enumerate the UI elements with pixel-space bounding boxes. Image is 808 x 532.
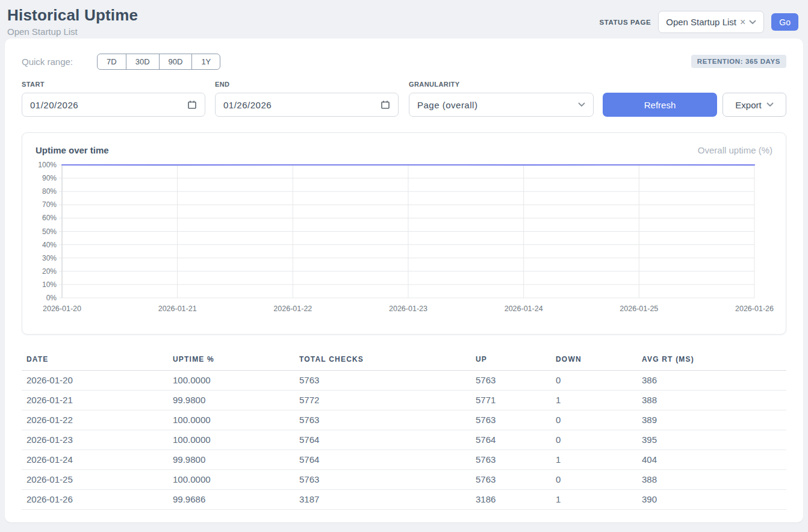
chart-header: Uptime over time Overall uptime (%) [36, 145, 772, 155]
table-cell: 389 [637, 410, 786, 430]
svg-text:2026-01-25: 2026-01-25 [620, 305, 658, 313]
table-cell: 5771 [471, 391, 551, 410]
header-controls: STATUS PAGE Open Startup List × Go [599, 11, 798, 33]
calendar-icon[interactable] [381, 100, 390, 110]
svg-text:100%: 100% [38, 161, 57, 169]
table-row: 2026-01-2499.9800576457631404 [22, 450, 786, 470]
table-row: 2026-01-22100.0000576357630389 [22, 410, 786, 430]
uptime-chart: 0%10%20%30%40%50%60%70%80%90%100%2026-01… [36, 160, 772, 318]
table-cell: 3186 [471, 490, 551, 510]
granularity-selected-value: Page (overall) [417, 100, 477, 110]
svg-text:30%: 30% [42, 254, 57, 262]
end-date-label: END [215, 81, 399, 88]
svg-text:40%: 40% [42, 241, 57, 249]
column-header: TOTAL CHECKS [294, 350, 471, 371]
quick-range-1y-button[interactable]: 1Y [191, 54, 220, 70]
start-date-field: START 01/20/2026 [22, 81, 205, 117]
start-date-label: START [22, 81, 205, 88]
granularity-label: GRANULARITY [409, 81, 594, 88]
clear-icon[interactable]: × [740, 17, 745, 27]
calendar-icon[interactable] [187, 100, 197, 110]
chart-title: Uptime over time [36, 145, 109, 155]
table-cell: 2026-01-20 [22, 371, 168, 391]
column-header: DOWN [551, 350, 637, 371]
status-page-label: STATUS PAGE [599, 19, 651, 26]
column-header: AVG RT (MS) [637, 350, 786, 371]
refresh-button[interactable]: Refresh [603, 93, 717, 117]
svg-text:50%: 50% [42, 227, 57, 236]
chart-card: Uptime over time Overall uptime (%) 0%10… [22, 132, 786, 335]
table-cell: 5764 [294, 450, 471, 470]
data-table: DATEUPTIME %TOTAL CHECKSUPDOWNAVG RT (MS… [22, 350, 786, 510]
table-cell: 2026-01-21 [22, 391, 168, 410]
page-title: Historical Uptime [7, 6, 138, 25]
table-cell: 390 [637, 490, 786, 510]
svg-text:90%: 90% [42, 174, 57, 182]
end-date-input[interactable]: 01/26/2026 [215, 93, 399, 117]
svg-text:80%: 80% [42, 187, 57, 196]
table-cell: 3187 [294, 490, 471, 510]
table-cell: 5764 [294, 430, 471, 450]
table-row: 2026-01-2199.9800577257711388 [22, 391, 786, 410]
column-header: UP [471, 350, 551, 371]
svg-text:2026-01-24: 2026-01-24 [505, 305, 543, 313]
table-cell: 0 [551, 430, 637, 450]
table-cell: 388 [637, 470, 786, 490]
table-cell: 5763 [471, 450, 551, 470]
svg-text:2026-01-22: 2026-01-22 [273, 305, 312, 313]
table-cell: 0 [551, 410, 637, 430]
table-row: 2026-01-25100.0000576357630388 [22, 470, 786, 490]
column-header: UPTIME % [168, 350, 294, 371]
status-page-selected-value: Open Startup List [666, 17, 736, 27]
table-cell: 100.0000 [168, 410, 294, 430]
table-row: 2026-01-23100.0000576457640395 [22, 430, 786, 450]
table-cell: 2026-01-26 [22, 490, 168, 510]
table-cell: 404 [637, 450, 786, 470]
quick-range-group: 7D30D90D1Y [97, 54, 220, 70]
table-cell: 100.0000 [168, 470, 294, 490]
svg-text:10%: 10% [42, 280, 57, 289]
table-cell: 2026-01-22 [22, 410, 168, 430]
end-date-field: END 01/26/2026 [215, 81, 399, 117]
chevron-down-icon [766, 102, 774, 107]
quick-range-7d-button[interactable]: 7D [97, 54, 126, 70]
status-page-select[interactable]: Open Startup List × [658, 11, 764, 33]
table-cell: 5763 [471, 371, 551, 391]
table-cell: 5763 [294, 470, 471, 490]
table-cell: 2026-01-23 [22, 430, 168, 450]
table-row: 2026-01-2699.9686318731861390 [22, 490, 786, 510]
go-button[interactable]: Go [771, 13, 798, 31]
end-date-value: 01/26/2026 [223, 100, 272, 110]
table-cell: 388 [637, 391, 786, 410]
table-cell: 5772 [294, 391, 471, 410]
table-cell: 5763 [471, 410, 551, 430]
export-button[interactable]: Export [723, 93, 786, 117]
table-cell: 100.0000 [168, 371, 294, 391]
table-body: 2026-01-20100.00005763576303862026-01-21… [22, 371, 786, 510]
table-cell: 99.9800 [168, 391, 294, 410]
page-subtitle: Open Startup List [7, 26, 138, 37]
table-cell: 5764 [471, 430, 551, 450]
table-header-row: DATEUPTIME %TOTAL CHECKSUPDOWNAVG RT (MS… [22, 350, 786, 371]
main-panel: Quick range: 7D30D90D1Y RETENTION: 365 D… [5, 39, 803, 522]
table-row: 2026-01-20100.0000576357630386 [22, 371, 786, 391]
svg-text:2026-01-26: 2026-01-26 [735, 305, 774, 313]
table-cell: 5763 [294, 410, 471, 430]
svg-text:2026-01-20: 2026-01-20 [43, 305, 81, 313]
column-header: DATE [22, 350, 168, 371]
page-header: Historical Uptime Open Startup List STAT… [0, 0, 808, 39]
chevron-down-icon [578, 102, 585, 107]
quick-range-label: Quick range: [22, 57, 73, 67]
table-cell: 5763 [294, 371, 471, 391]
table-cell: 99.9800 [168, 450, 294, 470]
filter-fields-row: START 01/20/2026 END 01/26/2026 GRANULAR… [22, 81, 786, 117]
svg-text:60%: 60% [42, 214, 57, 222]
start-date-input[interactable]: 01/20/2026 [22, 93, 205, 117]
table-cell: 0 [551, 371, 637, 391]
quick-range-30d-button[interactable]: 30D [126, 54, 160, 70]
chevron-down-icon [749, 20, 756, 25]
quick-range-90d-button[interactable]: 90D [159, 54, 193, 70]
table-cell: 99.9686 [168, 490, 294, 510]
granularity-select[interactable]: Page (overall) [409, 93, 594, 117]
retention-badge: RETENTION: 365 DAYS [691, 55, 786, 68]
